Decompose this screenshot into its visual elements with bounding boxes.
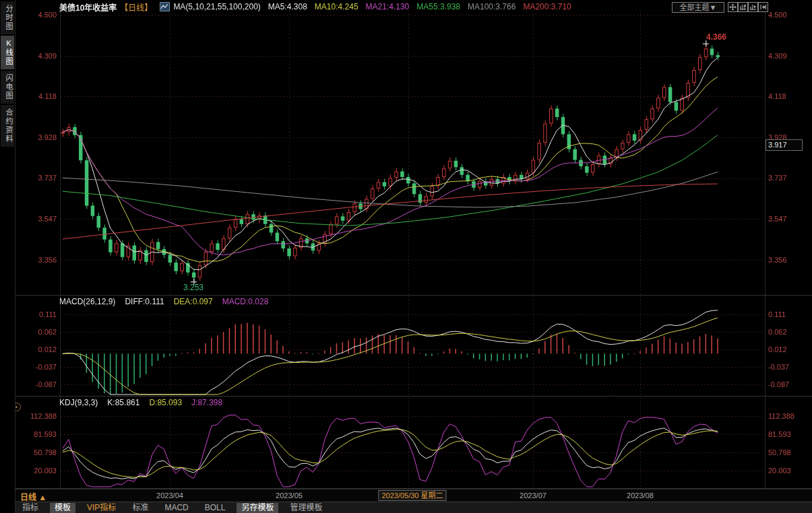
ma55-value: MA55:3.938 xyxy=(416,2,460,11)
ma10-value: MA10:4.245 xyxy=(315,2,358,11)
macd-axis-label: 0.012 xyxy=(768,345,787,353)
price-axis-label: 3.356 xyxy=(20,256,57,264)
kdj-axis-label: 81.593 xyxy=(20,430,57,438)
trading-app-window: { "header": { "title": "美债10年收益率", "peri… xyxy=(0,0,812,513)
kdj-pane-header: KDJ(9,3,3) K:85.861 D:85.093 J:87.398 xyxy=(59,398,222,407)
macd-axis-label: 0.111 xyxy=(20,310,57,318)
macd-axis-label: 0.111 xyxy=(768,310,786,318)
macd-axis-label: -0.037 xyxy=(20,363,57,371)
high-price-annotation: 4.366 xyxy=(706,32,726,42)
tab-templates[interactable]: 模板 xyxy=(50,503,75,513)
kdj-axis-label: 20.003 xyxy=(768,467,791,475)
date-label: 2023/04 xyxy=(156,491,183,500)
ma-indicator-icon[interactable] xyxy=(160,2,170,11)
macd-axis-label: 0.062 xyxy=(20,328,57,336)
date-label: 2023/05 xyxy=(276,491,303,500)
date-label-highlighted: 2023/05/30 星期二 xyxy=(378,490,446,501)
price-axis-label: 3.547 xyxy=(20,215,57,223)
macd-axis-label: -0.037 xyxy=(768,363,789,371)
kdj-axis-label: 81.593 xyxy=(768,430,791,438)
tab-boll[interactable]: BOLL xyxy=(200,503,230,513)
tab-macd[interactable]: MACD xyxy=(160,503,193,513)
price-axis-label: 4.500 xyxy=(20,11,57,19)
expand-bars-icon[interactable] xyxy=(748,2,758,12)
kdj-axis-label: 50.798 xyxy=(768,448,791,456)
low-price-annotation: 3.253 xyxy=(183,283,204,292)
macd-value: MACD:0.028 xyxy=(222,297,269,306)
sidebar-item-kline-chart[interactable]: K线图 xyxy=(1,36,14,69)
ma200-value: MA200:3.710 xyxy=(523,2,571,11)
sidebar-item-timeshare-chart[interactable]: 分时图 xyxy=(1,1,14,34)
kdj-k-value: K:85.861 xyxy=(107,398,139,407)
macd-diff-value: DIFF:0.111 xyxy=(125,297,164,306)
price-axis-label: 4.500 xyxy=(768,11,787,19)
price-axis-label: 3.356 xyxy=(768,256,787,264)
bottom-tab-bar: 指标 模板 VIP指标 标准 MACD BOLL 另存模板 管理模板 xyxy=(0,502,812,513)
date-label: 2023/07 xyxy=(520,491,546,500)
price-axis-label: 4.309 xyxy=(768,52,787,60)
all-themes-dropdown[interactable]: 全部主题▼ xyxy=(672,2,724,13)
ma21-value: MA21:4.130 xyxy=(366,2,410,11)
tab-indicators[interactable]: 指标 xyxy=(18,503,43,513)
left-sidebar: 分时图 K线图 闪电图 合约资料 xyxy=(0,0,15,513)
macd-axis-label: -0.087 xyxy=(20,380,57,388)
kdj-d-value: D:85.093 xyxy=(149,398,182,407)
kdj-params-label: KDJ(9,3,3) xyxy=(59,398,98,407)
tab-manage-templates[interactable]: 管理模板 xyxy=(285,503,327,513)
macd-axis-label: -0.087 xyxy=(768,380,789,388)
kdj-axis-label: 112.388 xyxy=(768,412,794,420)
tab-standard[interactable]: 标准 xyxy=(127,503,153,513)
price-axis-label: 3.737 xyxy=(20,174,57,182)
period-tag: 【日线】 xyxy=(120,1,152,13)
sidebar-item-contract-info[interactable]: 合约资料 xyxy=(1,105,14,147)
tab-vip-indicators[interactable]: VIP指标 xyxy=(82,503,121,513)
kdj-j-value: J:87.398 xyxy=(191,398,222,407)
price-axis-label: 3.547 xyxy=(768,215,787,223)
date-label: 2023/08 xyxy=(627,491,654,500)
price-axis-label: 3.928 xyxy=(20,133,57,141)
macd-axis-label: 0.062 xyxy=(768,328,787,336)
pan-icon[interactable] xyxy=(728,2,738,12)
sidebar-item-lightning-chart[interactable]: 闪电图 xyxy=(1,71,14,104)
jump-to-latest-icon[interactable] xyxy=(758,2,768,12)
instrument-title: 美债10年收益率 xyxy=(59,1,117,13)
macd-params-label: MACD(26,12,9) xyxy=(59,297,115,306)
price-axis-label: 4.309 xyxy=(20,52,57,60)
macd-pane-header: MACD(26,12,9) DIFF:0.111 DEA:0.097 MACD:… xyxy=(59,297,268,306)
macd-dea-value: DEA:0.097 xyxy=(174,297,213,306)
compress-bars-icon[interactable] xyxy=(738,2,748,12)
ma-group-label: MA(5,10,21,55,100,200) xyxy=(173,2,260,11)
kdj-axis-label: 20.003 xyxy=(20,467,57,475)
period-selector[interactable]: 日线 ▲ xyxy=(20,491,46,502)
chart-header: 美债10年收益率 【日线】 MA(5,10,21,55,100,200) MA5… xyxy=(59,1,571,12)
chart-canvas[interactable] xyxy=(0,0,812,502)
price-axis-label: 3.737 xyxy=(768,174,787,182)
price-axis-label: 4.118 xyxy=(20,92,57,100)
kdj-axis-label: 112.388 xyxy=(20,412,57,420)
price-axis-label: 4.118 xyxy=(768,92,786,100)
ma5-value: MA5:4.308 xyxy=(268,2,307,11)
kdj-axis-label: 50.798 xyxy=(20,448,57,456)
tab-save-template[interactable]: 另存模板 xyxy=(237,503,278,513)
last-price-marker: 3.917 xyxy=(766,139,803,151)
macd-axis-label: 0.012 xyxy=(20,345,57,353)
time-axis: 日线 ▲ 2023/04 2023/05 2023/05/30 星期二 2023… xyxy=(0,489,812,502)
ma100-value: MA100:3.766 xyxy=(468,2,516,11)
